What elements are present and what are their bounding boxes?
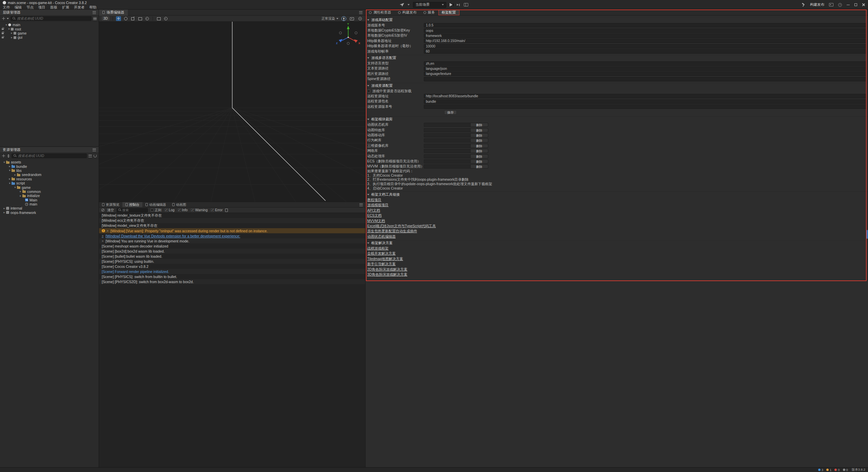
section-module-trim[interactable]: 框架模块裁剪: [366, 116, 868, 122]
log-row[interactable]: [Scene] [PHYSICS]: switch from builtin t…: [99, 274, 365, 279]
expand-arrow-icon[interactable]: [8, 177, 11, 180]
log-filter[interactable]: Warning: [191, 208, 208, 213]
doc-link[interactable]: 动画状态机编辑器: [367, 234, 396, 239]
log-row[interactable]: [Scene] Cocos Creator v3.8.2: [99, 264, 365, 269]
console-tab[interactable]: 控制台: [122, 202, 142, 207]
delete-module-button[interactable]: 删除: [470, 123, 488, 126]
layout-grid-icon[interactable]: [464, 3, 468, 6]
play-button[interactable]: [450, 3, 453, 6]
solution-link[interactable]: 全栈开发解决方案: [367, 251, 396, 256]
field-input[interactable]: [424, 77, 866, 81]
clear-console-button[interactable]: 清空: [107, 208, 114, 213]
minimize-button[interactable]: [847, 5, 850, 5]
log-row[interactable]: [Scene] [PHYSICS]: using builtin.: [99, 259, 365, 264]
scene-viewport[interactable]: Y X Z: [99, 22, 365, 202]
remote-load-checkbox[interactable]: [367, 90, 370, 93]
section-doc-links[interactable]: 框架文档工具链接: [366, 192, 868, 197]
asset-row[interactable]: internal: [0, 206, 99, 210]
console-tab[interactable]: 动画编辑器: [142, 202, 169, 207]
preview-target-chevron-icon[interactable]: [408, 4, 410, 5]
expand-arrow-icon[interactable]: [19, 190, 22, 193]
field-input[interactable]: [424, 104, 866, 109]
menu-item[interactable]: 文件: [3, 5, 10, 10]
menu-item[interactable]: 帮助: [90, 5, 97, 10]
inspector-tab[interactable]: 服务: [420, 9, 438, 15]
asset-row[interactable]: main: [0, 202, 99, 206]
close-button[interactable]: [862, 3, 865, 6]
console-tab[interactable]: 动画图: [169, 202, 189, 207]
status-count[interactable]: 1: [826, 468, 831, 472]
menu-item[interactable]: 扩展: [62, 5, 69, 10]
delete-module-button[interactable]: 删除: [470, 160, 488, 163]
field-input[interactable]: [424, 94, 866, 98]
render-mode-dropdown[interactable]: 正常渲染: [321, 16, 338, 21]
section-resource-config[interactable]: 游戏资源配置: [366, 83, 868, 88]
filter-checkbox[interactable]: [211, 209, 214, 212]
filter-checkbox[interactable]: [178, 209, 181, 212]
step-button[interactable]: [457, 3, 460, 7]
asset-row[interactable]: initialize: [0, 194, 99, 198]
log-filter[interactable]: Error: [211, 208, 222, 213]
hierarchy-node-row[interactable]: gui: [0, 35, 99, 39]
log-row[interactable]: [Scene] [box2d]:box2d wasm lib loaded.: [99, 249, 365, 254]
sort-icon[interactable]: [7, 154, 10, 158]
panel-menu-icon[interactable]: [359, 11, 362, 14]
menu-item[interactable]: 项目: [38, 5, 45, 10]
delete-module-button[interactable]: 删除: [470, 155, 488, 158]
field-input[interactable]: [424, 28, 866, 33]
log-filter[interactable]: Info: [178, 208, 188, 213]
asset-row[interactable]: libs: [0, 169, 99, 173]
menu-item[interactable]: 编辑: [15, 5, 22, 10]
delete-module-button[interactable]: 删除: [470, 149, 488, 153]
field-input[interactable]: [424, 23, 866, 27]
doc-link[interactable]: 教程项目: [367, 197, 381, 202]
doc-link[interactable]: API文档: [367, 208, 380, 213]
doc-link[interactable]: ECS文档: [367, 213, 382, 218]
expand-arrow-icon[interactable]: [14, 186, 17, 189]
delete-module-button[interactable]: 删除: [470, 144, 488, 148]
expand-caret-icon[interactable]: >: [102, 239, 103, 243]
log-row[interactable]: > [Window] Download the Vue Devtools ext…: [99, 233, 365, 238]
solution-link[interactable]: Tiledmap地图解决方案: [367, 256, 403, 261]
export-log-icon[interactable]: [225, 209, 228, 212]
expand-arrow-icon[interactable]: [10, 36, 13, 39]
inspector-tab[interactable]: 构建发布: [395, 9, 420, 15]
expand-arrow-icon[interactable]: [5, 23, 8, 26]
section-basic-config[interactable]: 游戏基础配置: [366, 17, 868, 23]
rotate-tool-icon[interactable]: [123, 16, 128, 21]
field-input[interactable]: [424, 66, 866, 71]
hierarchy-node-row[interactable]: game: [0, 31, 99, 35]
filter-checkbox[interactable]: [151, 209, 154, 212]
doc-link[interactable]: 原生包热更新配置自动生成插件: [367, 229, 417, 234]
mode-3d-button[interactable]: 3D: [102, 16, 110, 21]
status-count[interactable]: 3: [818, 468, 823, 472]
scene-selector[interactable]: 当前场景: [413, 2, 446, 8]
log-row[interactable]: [Scene] [PHYSICS2D]: switch from box2d-w…: [99, 279, 365, 284]
doc-link[interactable]: MVVM文档: [367, 218, 385, 223]
hierarchy-node-row[interactable]: root: [0, 27, 99, 31]
refresh-icon[interactable]: [94, 154, 97, 157]
add-node-chevron-icon[interactable]: [7, 18, 9, 19]
delete-module-button[interactable]: 删除: [470, 129, 488, 132]
panel-menu-icon[interactable]: [359, 203, 363, 206]
expand-arrow-icon[interactable]: [3, 161, 6, 164]
field-input[interactable]: [424, 61, 866, 66]
panel-menu-icon[interactable]: [93, 149, 96, 151]
menu-item[interactable]: 节点: [26, 5, 34, 10]
field-input[interactable]: [424, 39, 866, 43]
solution-link[interactable]: 新手引导解决方案: [367, 261, 396, 267]
lock-icon[interactable]: [2, 33, 4, 34]
console-search-input[interactable]: [122, 208, 146, 212]
lock-icon[interactable]: [2, 28, 4, 30]
status-count[interactable]: 0: [843, 468, 848, 472]
filter-checkbox[interactable]: [165, 209, 168, 212]
move-tool-icon[interactable]: [116, 16, 121, 21]
scene-settings-icon[interactable]: [357, 16, 362, 21]
asset-row[interactable]: seedrandom: [0, 173, 99, 177]
field-input[interactable]: [424, 49, 866, 54]
expand-arrow-icon[interactable]: [8, 182, 11, 185]
expand-arrow-icon[interactable]: [8, 165, 11, 168]
clear-console-icon[interactable]: [101, 209, 104, 212]
grid-snap-icon[interactable]: [163, 16, 168, 21]
log-filter[interactable]: Log: [165, 208, 175, 213]
